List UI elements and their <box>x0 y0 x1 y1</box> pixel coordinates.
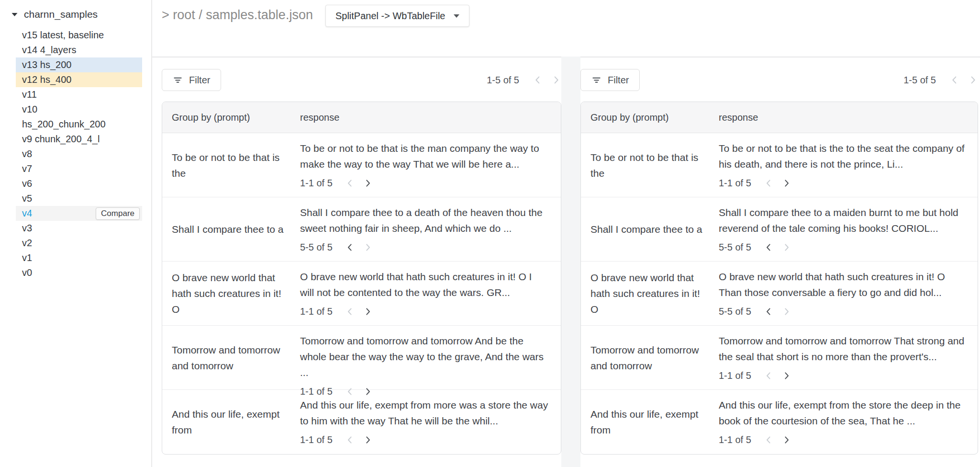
table-row: And this our life, exempt from And this … <box>581 390 978 454</box>
table-row: And this our life, exempt from And this … <box>162 390 561 454</box>
chevron-right-icon[interactable] <box>781 307 791 317</box>
split-panels: Filter 1-5 of 5 Group by (prompt) <box>152 57 980 467</box>
column-header-prompt[interactable]: Group by (prompt) <box>162 112 289 123</box>
chevron-right-icon[interactable] <box>363 435 373 445</box>
version-item-v8[interactable]: v8 <box>16 147 142 161</box>
prompt-text: O brave new world that hath such creatur… <box>172 270 289 317</box>
version-label: v3 <box>22 222 32 234</box>
version-label: v10 <box>22 103 37 115</box>
version-item-v6[interactable]: v6 <box>16 176 142 191</box>
artifact-name[interactable]: charnn_samples <box>24 9 98 20</box>
chevron-left-icon[interactable] <box>533 75 543 85</box>
version-label: v6 <box>22 177 32 190</box>
breadcrumb[interactable]: > root / samples.table.json <box>162 4 313 26</box>
prompt-cell: O brave new world that hath such creatur… <box>162 262 289 325</box>
column-header-response[interactable]: response <box>719 112 978 123</box>
table-row: Shall I compare thee to a Shall I compar… <box>162 197 561 262</box>
compare-button[interactable]: Compare <box>96 207 140 220</box>
version-label: v11 <box>22 88 37 101</box>
row-pager: 1-1 of 5 <box>719 432 965 448</box>
chevron-left-icon[interactable] <box>764 435 774 445</box>
chevron-left-icon[interactable] <box>949 75 960 85</box>
response-cell: O brave new world that hath such creatur… <box>719 262 978 325</box>
version-item-v14[interactable]: v14 4_layers <box>16 43 142 57</box>
main-content: > root / samples.table.json SplitPanel -… <box>152 0 980 467</box>
row-pager: 5-5 of 5 <box>719 239 965 255</box>
filter-button[interactable]: Filter <box>162 69 221 91</box>
chevron-left-icon[interactable] <box>345 307 355 317</box>
row-pager: 1-1 of 5 <box>719 175 965 191</box>
panel-toolbar: Filter 1-5 of 5 <box>162 69 561 91</box>
table-row: To be or not to be that is the To be or … <box>581 133 978 197</box>
chevron-left-icon[interactable] <box>764 371 774 381</box>
chevron-right-icon[interactable] <box>363 307 373 317</box>
row-pager: 5-5 of 5 <box>300 239 548 255</box>
panel-gutter <box>561 57 580 467</box>
panel-type-dropdown[interactable]: SplitPanel -> WbTableFile <box>325 5 470 27</box>
collapse-caret-icon[interactable] <box>11 12 18 17</box>
response-text: Tomorrow and tomorrow and tomorrow That … <box>719 333 965 364</box>
version-item-hs_200_chunk_200[interactable]: hs_200_chunk_200 <box>16 117 142 132</box>
table-row: Tomorrow and tomorrow and tomorrow Tomor… <box>581 326 978 390</box>
chevron-right-icon[interactable] <box>363 178 373 188</box>
response-text: O brave new world that hath such creatur… <box>300 269 548 300</box>
version-item-v12[interactable]: v12 hs_400 <box>16 72 142 87</box>
version-item-v13[interactable]: v13 hs_200 <box>16 57 142 72</box>
prompt-text: Tomorrow and tomorrow and tomorrow <box>172 342 289 374</box>
response-cell: To be or not to be that is the man compa… <box>300 133 561 197</box>
table-pager: 1-5 of 5 <box>487 75 561 86</box>
version-item-v9[interactable]: v9 chunk_200_4_l <box>16 132 142 147</box>
chevron-right-icon[interactable] <box>781 178 791 188</box>
version-item-v10[interactable]: v10 <box>16 102 142 117</box>
version-item-v15[interactable]: v15 latest, baseline <box>16 28 142 43</box>
filter-button[interactable]: Filter <box>580 69 640 91</box>
version-item-v4[interactable]: v4Compare <box>16 206 142 221</box>
chevron-left-icon[interactable] <box>345 242 355 252</box>
response-text: O brave new world that hath such creatur… <box>719 269 965 300</box>
chevron-left-icon[interactable] <box>345 178 355 188</box>
chevron-left-icon[interactable] <box>764 242 774 252</box>
table-row: O brave new world that hath such creatur… <box>162 262 561 326</box>
prompt-cell: O brave new world that hath such creatur… <box>581 262 708 325</box>
chevron-right-icon[interactable] <box>781 242 791 252</box>
data-table: Group by (prompt) response To be or not … <box>162 102 561 455</box>
version-item-v2[interactable]: v2 <box>16 236 142 251</box>
table-header-row: Group by (prompt) response <box>162 102 561 133</box>
panel-type-label: SplitPanel -> WbTableFile <box>335 11 445 22</box>
chevron-left-icon[interactable] <box>764 307 774 317</box>
version-label: v5 <box>22 192 32 205</box>
prompt-cell: To be or not to be that is the <box>581 133 708 197</box>
chevron-left-icon[interactable] <box>345 435 355 445</box>
prompt-cell: Tomorrow and tomorrow and tomorrow <box>581 326 708 389</box>
version-item-v0[interactable]: v0 <box>16 265 142 280</box>
response-cell: And this our life, exempt from the store… <box>719 390 978 454</box>
prompt-cell: Shall I compare thee to a <box>581 197 708 261</box>
row-pager-range-text: 5-5 of 5 <box>719 304 751 319</box>
row-pager-range-text: 1-1 of 5 <box>300 175 333 191</box>
version-item-v3[interactable]: v3 <box>16 221 142 236</box>
prompt-cell: To be or not to be that is the <box>162 133 289 197</box>
prompt-text: And this our life, exempt from <box>172 406 289 438</box>
prompt-text: To be or not to be that is the <box>590 149 708 181</box>
chevron-right-icon[interactable] <box>781 435 791 445</box>
prompt-cell: And this our life, exempt from <box>162 390 289 454</box>
column-header-response[interactable]: response <box>300 112 561 123</box>
chevron-right-icon[interactable] <box>968 75 978 85</box>
version-item-v7[interactable]: v7 <box>16 161 142 176</box>
chevron-left-icon[interactable] <box>764 178 774 188</box>
table-row: Shall I compare thee to a Shall I compar… <box>581 197 978 262</box>
data-table: Group by (prompt) response To be or not … <box>580 102 978 455</box>
row-pager-range-text: 5-5 of 5 <box>719 239 751 255</box>
prompt-text: Shall I compare thee to a <box>172 221 283 237</box>
artifact-title-row: charnn_samples <box>0 9 151 20</box>
filter-button-label: Filter <box>189 75 210 86</box>
chevron-right-icon[interactable] <box>363 242 373 252</box>
chevron-right-icon[interactable] <box>551 75 561 85</box>
version-item-v11[interactable]: v11 <box>16 87 142 102</box>
version-item-v1[interactable]: v1 <box>16 251 142 265</box>
version-item-v5[interactable]: v5 <box>16 191 142 206</box>
prompt-text: Shall I compare thee to a <box>590 221 702 237</box>
column-header-prompt[interactable]: Group by (prompt) <box>581 112 708 123</box>
row-pager-range-text: 5-5 of 5 <box>300 239 333 255</box>
chevron-right-icon[interactable] <box>781 371 791 381</box>
